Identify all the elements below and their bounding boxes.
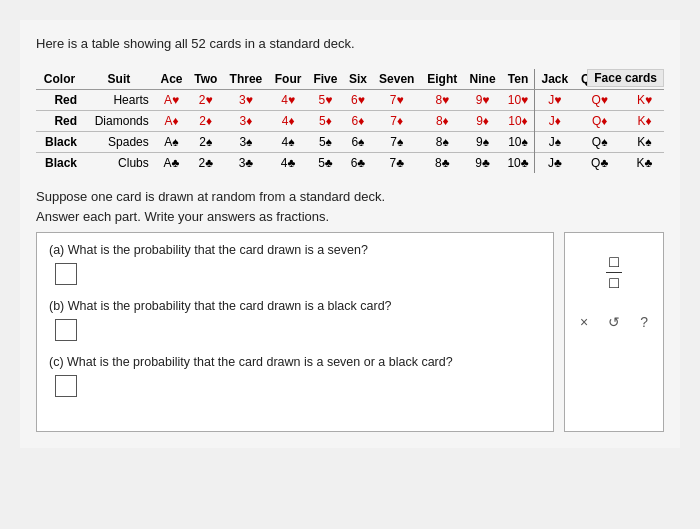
header-three: Three [223,69,269,90]
cell-card: J♥ [535,90,574,111]
cell-card: 10♥ [502,90,535,111]
cell-card: 5♣ [308,153,344,174]
refresh-button[interactable]: ↺ [604,312,624,332]
table-row: BlackSpadesA♠2♠3♠4♠5♠6♠7♠8♠9♠10♠J♠Q♠K♠ [36,132,664,153]
fraction-display: □ □ [606,253,622,292]
cell-card: 9♠ [464,132,502,153]
cell-card: 9♦ [464,111,502,132]
header-four: Four [269,69,308,90]
cell-card: 6♠ [343,132,372,153]
questions-panel: (a) What is the probability that the car… [36,232,554,432]
header-ace: Ace [155,69,189,90]
cell-card: 7♣ [372,153,421,174]
cell-card: 7♥ [372,90,421,111]
cell-card: Q♣ [574,153,625,174]
cell-card: A♠ [155,132,189,153]
header-jack: Jack [535,69,574,90]
cell-card: 4♦ [269,111,308,132]
fraction-numerator: □ [606,253,622,273]
cell-color: Red [36,90,83,111]
cell-card: 6♥ [343,90,372,111]
side-panel: □ □ × ↺ ? [564,232,664,432]
intro-text: Here is a table showing all 52 cards in … [36,36,664,51]
help-button[interactable]: ? [636,312,652,332]
cell-color: Black [36,153,83,174]
cell-suit: Spades [83,132,155,153]
cell-card: A♣ [155,153,189,174]
header-five: Five [308,69,344,90]
cell-card: K♣ [625,153,664,174]
cell-card: K♥ [625,90,664,111]
side-buttons: × ↺ ? [576,312,652,332]
cell-color: Red [36,111,83,132]
cell-suit: Clubs [83,153,155,174]
question-text-c: (c) What is the probability that the car… [49,355,541,369]
table-row: RedDiamondsA♦2♦3♦4♦5♦6♦7♦8♦9♦10♦J♦Q♦K♦ [36,111,664,132]
cell-card: 7♠ [372,132,421,153]
cell-card: A♥ [155,90,189,111]
cell-card: 9♣ [464,153,502,174]
page-container: Here is a table showing all 52 cards in … [20,20,680,448]
header-suit: Suit [83,69,155,90]
suppose-text: Suppose one card is drawn at random from… [36,187,664,226]
main-content: (a) What is the probability that the car… [36,232,664,432]
cell-card: 6♦ [343,111,372,132]
cell-card: A♦ [155,111,189,132]
cell-card: 5♥ [308,90,344,111]
answer-box-a[interactable] [55,263,77,285]
cell-card: Q♦ [574,111,625,132]
cell-suit: Diamonds [83,111,155,132]
cell-card: 8♣ [421,153,464,174]
cell-card: 10♦ [502,111,535,132]
cell-card: 4♠ [269,132,308,153]
cell-card: 4♣ [269,153,308,174]
cell-card: Q♠ [574,132,625,153]
table-row: RedHeartsA♥2♥3♥4♥5♥6♥7♥8♥9♥10♥J♥Q♥K♥ [36,90,664,111]
question-block-c: (c) What is the probability that the car… [49,355,541,397]
cell-card: 2♣ [188,153,223,174]
answer-box-b[interactable] [55,319,77,341]
cell-card: 4♥ [269,90,308,111]
cell-card: 5♠ [308,132,344,153]
cell-card: 3♠ [223,132,269,153]
cell-card: 2♥ [188,90,223,111]
face-cards-label: Face cards [587,69,664,87]
answer-box-c[interactable] [55,375,77,397]
question-block-b: (b) What is the probability that the car… [49,299,541,341]
header-nine: Nine [464,69,502,90]
cell-card: 10♠ [502,132,535,153]
header-eight: Eight [421,69,464,90]
cell-card: 6♣ [343,153,372,174]
table-section: Face cards Color Suit Ace Two Three Four… [36,69,664,173]
header-color: Color [36,69,83,90]
cell-card: Q♥ [574,90,625,111]
cell-card: J♠ [535,132,574,153]
question-block-a: (a) What is the probability that the car… [49,243,541,285]
header-seven: Seven [372,69,421,90]
cell-card: J♦ [535,111,574,132]
header-ten: Ten [502,69,535,90]
cell-card: 3♦ [223,111,269,132]
cell-card: 9♥ [464,90,502,111]
cell-card: 8♥ [421,90,464,111]
header-six: Six [343,69,372,90]
question-text-b: (b) What is the probability that the car… [49,299,541,313]
cell-card: 2♦ [188,111,223,132]
cell-card: 8♠ [421,132,464,153]
cell-card: 7♦ [372,111,421,132]
cell-card: K♦ [625,111,664,132]
cell-card: K♠ [625,132,664,153]
fraction-denominator: □ [606,273,622,292]
cell-card: 10♣ [502,153,535,174]
cell-color: Black [36,132,83,153]
times-button[interactable]: × [576,312,592,332]
cell-card: 3♣ [223,153,269,174]
card-table: Color Suit Ace Two Three Four Five Six S… [36,69,664,173]
cell-card: 8♦ [421,111,464,132]
cell-card: 5♦ [308,111,344,132]
cell-suit: Hearts [83,90,155,111]
table-header-row: Color Suit Ace Two Three Four Five Six S… [36,69,664,90]
table-row: BlackClubsA♣2♣3♣4♣5♣6♣7♣8♣9♣10♣J♣Q♣K♣ [36,153,664,174]
cell-card: J♣ [535,153,574,174]
question-text-a: (a) What is the probability that the car… [49,243,541,257]
